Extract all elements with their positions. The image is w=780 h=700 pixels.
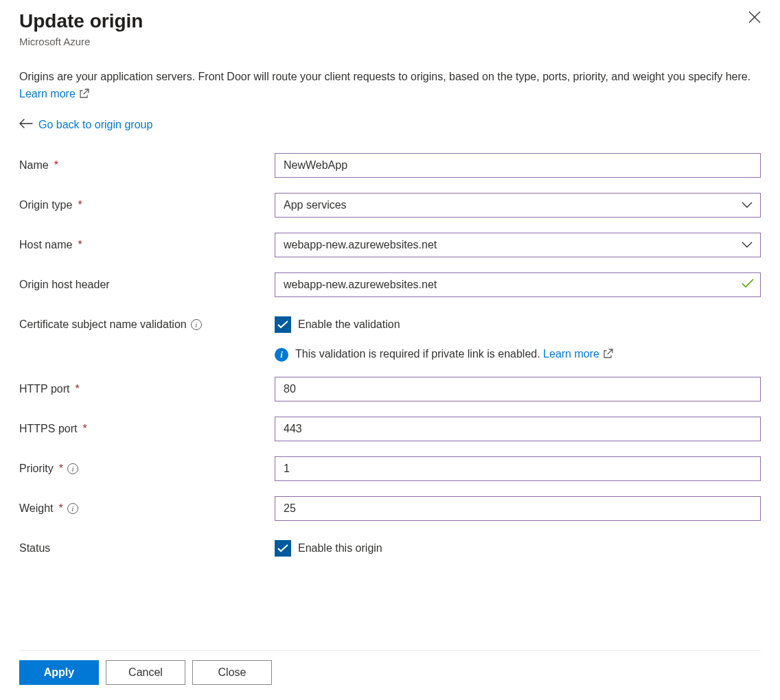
weight-input[interactable] — [275, 496, 761, 521]
external-link-icon — [80, 86, 89, 104]
info-icon[interactable]: i — [67, 503, 78, 514]
priority-input[interactable] — [275, 456, 761, 481]
page-subtitle: Microsoft Azure — [19, 36, 761, 47]
cert-validation-label: Certificate subject name validation i — [19, 318, 275, 331]
host-name-select[interactable] — [275, 233, 761, 257]
origin-host-header-input[interactable] — [275, 272, 761, 297]
arrow-left-icon — [19, 119, 33, 131]
info-icon[interactable]: i — [191, 319, 202, 330]
origin-host-header-label: Origin host header — [19, 279, 275, 291]
cancel-button[interactable]: Cancel — [106, 660, 185, 685]
info-icon[interactable]: i — [67, 463, 78, 474]
cert-validation-info: i This validation is required if private… — [275, 348, 761, 362]
origin-type-label: Origin type* — [19, 199, 275, 211]
page-title: Update origin — [19, 10, 761, 33]
blade-header: Update origin Microsoft Azure — [19, 10, 761, 47]
priority-label: Priority* i — [19, 463, 275, 475]
status-checkbox-label: Enable this origin — [298, 542, 382, 555]
name-label: Name* — [19, 159, 275, 172]
apply-button[interactable]: Apply — [19, 660, 99, 685]
cert-validation-checkbox[interactable] — [275, 316, 291, 333]
https-port-label: HTTPS port* — [19, 423, 275, 435]
name-input[interactable] — [275, 153, 761, 178]
https-port-input[interactable] — [275, 417, 761, 441]
status-label: Status — [19, 542, 275, 555]
info-badge-icon: i — [275, 348, 288, 362]
back-link-row[interactable]: Go back to origin group — [19, 119, 761, 131]
cert-validation-checkbox-label: Enable the validation — [298, 318, 400, 331]
external-link-icon — [604, 349, 613, 361]
close-icon[interactable] — [748, 11, 761, 26]
weight-label: Weight* i — [19, 502, 275, 515]
footer-bar: Apply Cancel Close — [19, 650, 761, 700]
status-checkbox[interactable] — [275, 540, 291, 557]
http-port-input[interactable] — [275, 377, 761, 401]
cert-learn-more-link[interactable]: Learn more — [543, 348, 613, 360]
back-to-origin-group-link[interactable]: Go back to origin group — [38, 119, 152, 131]
host-name-label: Host name* — [19, 239, 275, 251]
origin-type-select[interactable] — [275, 193, 761, 218]
learn-more-link[interactable]: Learn more — [19, 88, 89, 100]
description-text: Origins are your application servers. Fr… — [19, 68, 761, 104]
close-button[interactable]: Close — [192, 660, 272, 685]
http-port-label: HTTP port* — [19, 383, 275, 395]
